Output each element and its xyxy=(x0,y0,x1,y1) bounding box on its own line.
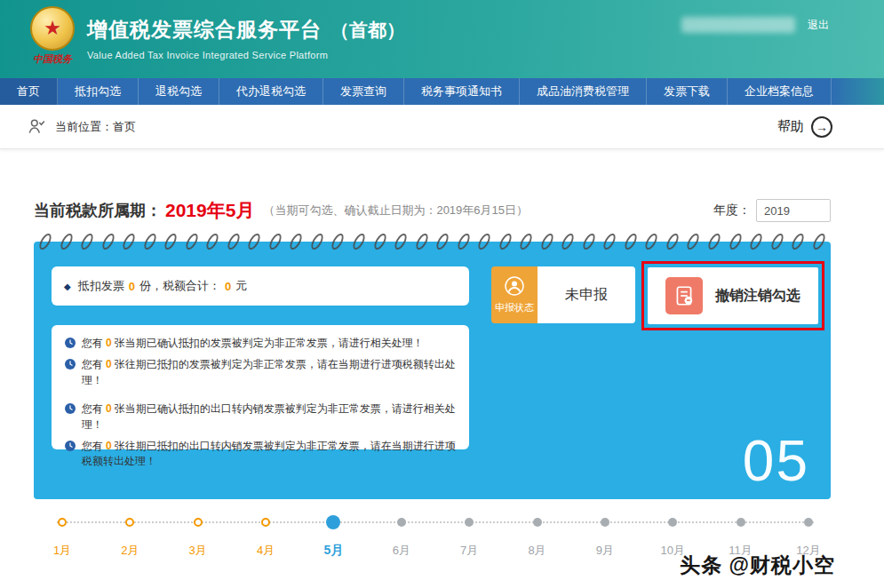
diamond-bullet-icon: ◆ xyxy=(64,282,71,291)
year-label: 年度： xyxy=(713,203,751,219)
timeline-month-5[interactable]: 5月 xyxy=(307,513,360,559)
timeline-month-8[interactable]: 8月 xyxy=(511,513,564,559)
page-subtitle: Value Added Tax Invoice Integrated Servi… xyxy=(87,50,405,60)
location-user-icon xyxy=(27,117,46,137)
app-header: ★ 中国税务 增值税发票综合服务平台 （首都） Value Added Tax … xyxy=(0,0,884,78)
revoke-button-label: 撤销注销勾选 xyxy=(715,287,800,306)
month-dot xyxy=(261,518,270,527)
month-dot xyxy=(601,518,609,527)
revoke-highlight-box: 撤销注销勾选 xyxy=(641,261,824,330)
nav-item-tax-refund-check[interactable]: 退税勾选 xyxy=(139,78,219,105)
summary-label-mid: 份，税额合计： xyxy=(139,278,220,294)
nav-item-oil-tax-mgmt[interactable]: 成品油消费税管理 xyxy=(520,78,647,105)
timeline-month-4[interactable]: 4月 xyxy=(239,513,292,559)
notice-text: 您有0张当期已确认抵扣的出口转内销发票被判定为非正常发票，请进行相关处理！ xyxy=(82,401,457,433)
nav-item-home[interactable]: 首页 xyxy=(0,78,58,105)
alarm-icon xyxy=(64,440,76,452)
alarm-icon xyxy=(64,402,76,415)
declare-badge-label: 申报状态 xyxy=(495,301,534,314)
national-emblem-icon: ★ xyxy=(30,6,75,51)
notice-text: 您有0张往期已抵扣的出口转内销发票被判定为非正常发票，请在当期进行进项税额转出处… xyxy=(82,439,457,470)
period-row: 当前税款所属期： 2019年5月 （当期可勾选、确认截止日期为：2019年6月1… xyxy=(34,197,831,224)
declare-status-badge: 申报状态 xyxy=(491,266,538,323)
summary-label-left: 抵扣发票 xyxy=(78,278,124,294)
timeline-month-2[interactable]: 2月 xyxy=(103,513,156,559)
notice-list: 您有0张当期已确认抵扣的发票被判定为非正常发票，请进行相关处理！ 您有0张往期已… xyxy=(52,325,469,449)
nav-item-invoice-query[interactable]: 发票查询 xyxy=(323,78,404,105)
month-dot xyxy=(58,518,67,527)
help-label: 帮助 xyxy=(777,118,804,135)
logo-caption: 中国税务 xyxy=(25,52,80,66)
nav-item-invoice-download[interactable]: 发票下载 xyxy=(647,78,728,105)
region-label: （首都） xyxy=(331,18,405,43)
user-area: 退出 xyxy=(681,17,829,33)
calendar-panel: ◆ 抵扣发票 0 份，税额合计： 0 元 您有0张当期已确认抵扣的发票被判定为非… xyxy=(34,242,831,499)
star-icon: ★ xyxy=(44,19,61,38)
notice-text: 您有0张当期已确认抵扣的发票被判定为非正常发票，请进行相关处理！ xyxy=(82,336,424,351)
breadcrumb: 当前位置：首页 xyxy=(55,119,136,135)
nav-item-tax-notice[interactable]: 税务事项通知书 xyxy=(404,78,520,105)
logout-button[interactable]: 退出 xyxy=(808,18,829,33)
revoke-cancel-check-button[interactable]: 撤销注销勾选 xyxy=(648,267,818,324)
year-input[interactable] xyxy=(756,199,831,222)
notice-item: 您有0张往期已抵扣的发票被判定为非正常发票，请在当期进行进项税额转出处理！ xyxy=(64,357,457,388)
nav-item-enterprise-archive[interactable]: 企业档案信息 xyxy=(728,78,832,105)
summary-count: 0 xyxy=(129,280,135,293)
alarm-icon xyxy=(64,337,76,349)
timeline-month-9[interactable]: 9月 xyxy=(578,513,632,559)
month-dot xyxy=(737,518,745,527)
big-month-number: 05 xyxy=(743,428,809,494)
period-value: 2019年5月 xyxy=(165,198,254,223)
logo-group: ★ 中国税务 xyxy=(25,6,80,66)
year-group: 年度： xyxy=(713,199,831,222)
timeline-month-6[interactable]: 6月 xyxy=(375,513,428,559)
month-dot xyxy=(326,515,340,529)
declare-status-value[interactable]: 未申报 xyxy=(538,266,635,323)
month-dot xyxy=(533,518,542,527)
page-title: 增值税发票综合服务平台 xyxy=(87,16,322,44)
declare-status-group: 申报状态 未申报 xyxy=(491,266,635,323)
main-nav: 首页 抵扣勾选 退税勾选 代办退税勾选 发票查询 税务事项通知书 成品油消费税管… xyxy=(0,78,884,105)
month-dot xyxy=(465,518,474,527)
alarm-icon xyxy=(64,358,76,370)
timeline-month-1[interactable]: 1月 xyxy=(36,513,89,559)
help-arrow-icon: → xyxy=(811,116,832,138)
notice-item: 您有0张当期已确认抵扣的发票被判定为非正常发票，请进行相关处理！ xyxy=(64,336,457,351)
breadcrumb-bar: 当前位置：首页 帮助 → xyxy=(0,105,884,149)
declare-status-icon xyxy=(504,275,525,298)
timeline-month-7[interactable]: 7月 xyxy=(442,513,496,559)
deduction-summary: ◆ 抵扣发票 0 份，税额合计： 0 元 xyxy=(52,266,469,306)
summary-amount: 0 xyxy=(225,280,231,293)
month-dot xyxy=(804,518,813,527)
month-dot xyxy=(194,518,203,527)
help-button[interactable]: 帮助 → xyxy=(777,116,832,138)
nav-filler xyxy=(832,78,884,105)
notice-item: 您有0张当期已确认抵扣的出口转内销发票被判定为非正常发票，请进行相关处理！ xyxy=(64,401,457,433)
month-dot xyxy=(397,518,406,527)
month-dot xyxy=(668,518,677,527)
notice-text: 您有0张往期已抵扣的发票被判定为非正常发票，请在当期进行进项税额转出处理！ xyxy=(82,357,457,388)
spiral-binding xyxy=(41,233,824,250)
document-cancel-icon xyxy=(665,277,703,314)
period-deadline-note: （当期可勾选、确认截止日期为：2019年6月15日） xyxy=(263,203,528,219)
summary-unit: 元 xyxy=(235,278,247,294)
nav-item-deduction-check[interactable]: 抵扣勾选 xyxy=(58,78,139,105)
username-blurred xyxy=(681,17,795,33)
title-group: 增值税发票综合服务平台 （首都） Value Added Tax Invoice… xyxy=(87,16,405,60)
nav-item-agent-refund-check[interactable]: 代办退税勾选 xyxy=(219,78,323,105)
period-label: 当前税款所属期： xyxy=(34,200,162,221)
timeline-month-3[interactable]: 3月 xyxy=(171,513,225,559)
watermark: 头条 @财税小空 xyxy=(680,552,835,579)
month-dot xyxy=(125,518,134,527)
notice-item: 您有0张往期已抵扣的出口转内销发票被判定为非正常发票，请在当期进行进项税额转出处… xyxy=(64,439,457,470)
